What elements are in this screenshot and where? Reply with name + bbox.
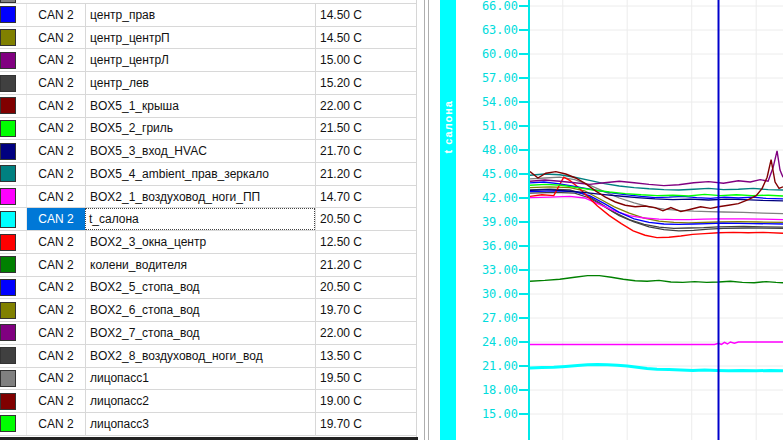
y-tick-label: 27.00 [482,311,518,325]
table-row[interactable]: CAN 2BOX2_5_стопа_вод20.50 C [0,277,416,300]
table-row[interactable]: CAN 2центр_лев15.20 C [0,72,416,95]
y-tick-label: 33.00 [482,263,518,277]
channel-bus-cell: CAN 2 [26,95,85,117]
channel-name-cell: BOX5_1_крыша [85,95,315,117]
y-tick-mark [519,149,528,151]
channel-color-swatch [0,415,16,432]
splitter-line [424,0,425,440]
channel-value-cell: 15.20 C [315,72,416,94]
chart-canvas[interactable] [530,0,783,440]
y-tick-label: 24.00 [482,335,518,349]
channel-color-cell [0,390,26,412]
channel-color-cell [0,231,26,253]
channel-color-swatch [0,256,16,273]
y-tick-label: 21.00 [482,359,518,373]
channel-color-swatch [0,52,16,69]
y-tick-label: 51.00 [482,119,518,133]
y-tick-mark [519,341,528,343]
y-tick-mark [519,221,528,223]
channel-color-cell [0,322,26,344]
channel-value-cell: 14.50 C [315,4,416,26]
table-row[interactable]: CAN 2центр_центрЛ15.00 C [0,49,416,72]
table-row[interactable]: CAN 2колени_водителя21.20 C [0,254,416,277]
channel-name-cell: лицопасс2 [85,390,315,412]
y-tick-label: 15.00 [482,407,518,421]
y-tick-label: 60.00 [482,47,518,61]
table-row[interactable]: CAN 2лицопасс319.70 C [0,413,416,436]
channel-color-swatch [0,97,16,114]
channel-bus-cell: CAN 2 [26,368,85,390]
table-row[interactable]: CAN 2лицопасс119.50 C [0,368,416,391]
channel-bus-cell: CAN 2 [26,345,85,367]
channel-color-cell [0,118,26,140]
channel-name-cell: центр_прав [85,4,315,26]
channel-bus-cell: CAN 2 [26,277,85,299]
y-tick-label: 54.00 [482,95,518,109]
channel-name-cell: колени_водителя [85,254,315,276]
channel-name-cell: BOX5_2_гриль [85,118,315,140]
channel-color-swatch [0,302,16,319]
table-row[interactable]: CAN 2BOX2_3_окна_центр12.50 C [0,231,416,254]
channel-bus-cell: CAN 2 [26,4,85,26]
y-tick-mark [519,125,528,127]
channel-bus-cell: CAN 2 [26,49,85,71]
selected-axis-strip[interactable]: t салона [440,0,456,440]
channel-name-cell: BOX5_4_ambient_прав_зеркало [85,163,315,185]
channel-bus-cell: CAN 2 [26,140,85,162]
channel-name-cell: BOX2_1_воздуховод_ноги_ПП [85,186,315,208]
y-tick-label: 30.00 [482,287,518,301]
channel-value-cell: 15.00 C [315,49,416,71]
channel-color-swatch [0,6,16,23]
channel-color-swatch [0,120,16,137]
table-row[interactable]: CAN 2BOX2_1_воздуховод_ноги_ПП14.70 C [0,186,416,209]
table-row[interactable]: CAN 2BOX2_7_стопа_вод22.00 C [0,322,416,345]
y-tick-label: 45.00 [482,167,518,181]
channel-color-cell [0,4,26,26]
channel-name-cell: BOX2_8_воздуховод_ноги_вод [85,345,315,367]
series-olive-line [530,187,783,223]
table-row[interactable]: CAN 2BOX2_6_стопа_вод19.70 C [0,299,416,322]
y-tick-mark [519,173,528,175]
channel-value-cell: 21.20 C [315,254,416,276]
channel-name-cell: BOX2_3_окна_центр [85,231,315,253]
y-tick-mark [519,413,528,415]
table-rows-container: CAN 2центр_прав14.50 CCAN 2центр_центрП1… [0,4,416,436]
table-row[interactable]: CAN 2BOX5_2_гриль21.50 C [0,118,416,141]
y-tick-mark [519,197,528,199]
pane-splitter[interactable] [423,0,433,440]
channel-name-cell: центр_центрЛ [85,49,315,71]
channel-bus-cell: CAN 2 [26,413,85,435]
channel-bus-cell: CAN 2 [26,231,85,253]
channel-bus-cell: CAN 2 [26,322,85,344]
channel-value-cell: 19.70 C [315,413,416,435]
y-tick-label: 42.00 [482,191,518,205]
series-darkgreen-line [530,276,783,283]
table-row[interactable]: CAN 2BOX5_3_вход_HVAC21.70 C [0,140,416,163]
channel-value-cell: 20.50 C [315,277,416,299]
channel-bus-cell: CAN 2 [26,208,85,230]
channel-name-cell: центр_центрП [85,27,315,49]
channel-color-cell [0,27,26,49]
y-tick-label: 63.00 [482,23,518,37]
table-row[interactable]: CAN 2BOX5_1_крыша22.00 C [0,95,416,118]
channel-color-swatch [0,279,16,296]
table-row[interactable]: CAN 2центр_центрП14.50 C [0,27,416,50]
y-tick-mark [519,29,528,31]
table-row[interactable]: CAN 2BOX5_4_ambient_прав_зеркало21.20 C [0,163,416,186]
channel-value-cell: 21.70 C [315,140,416,162]
channel-color-swatch [0,234,16,251]
channel-color-swatch [0,324,16,341]
channel-value-cell: 19.70 C [315,299,416,321]
table-row[interactable]: CAN 2центр_прав14.50 C [0,4,416,27]
table-row[interactable]: CAN 2лицопасс219.00 C [0,390,416,413]
channel-color-cell [0,49,26,71]
y-tick-label: 48.00 [482,143,518,157]
y-tick-mark [519,317,528,319]
table-row[interactable]: CAN 2t_салона20.50 C [0,208,416,231]
logger-window: { "table": { "partial_top_row_color": "#… [0,0,783,440]
channel-value-cell: 22.00 C [315,322,416,344]
channel-color-swatch [0,75,16,92]
trend-chart[interactable] [530,0,783,440]
channel-color-cell [0,368,26,390]
table-row[interactable]: CAN 2BOX2_8_воздуховод_ноги_вод13.50 C [0,345,416,368]
